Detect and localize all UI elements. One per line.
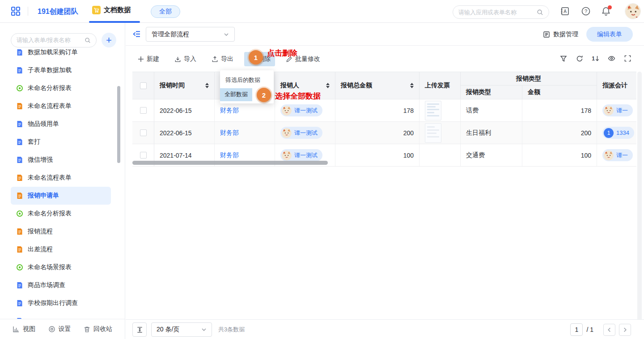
sidebar-item[interactable]: 未命名分析报表 (11, 79, 111, 97)
menu-item-filtered-data[interactable]: 筛选后的数据 (220, 74, 274, 86)
sidebar-item[interactable]: 未命名流程表单 (11, 169, 111, 187)
vertical-scrollbar-track[interactable] (637, 72, 642, 339)
add-form-button[interactable]: + (102, 33, 116, 47)
flow-doc-icon (16, 228, 23, 235)
trash-icon (84, 326, 90, 333)
sidebar-item[interactable]: 未命名流程表单 (11, 97, 111, 115)
annotation-step-1: 1 (249, 50, 263, 64)
person-chip[interactable]: 谭一测试 (280, 104, 322, 116)
views-button[interactable]: 视图 (13, 325, 35, 333)
new-record-button[interactable]: 新建 (133, 52, 164, 66)
select-all-checkbox[interactable] (140, 82, 147, 89)
sidebar-item[interactable]: 未命名场景报表 (11, 258, 111, 276)
sidebar-item[interactable]: 子表单数据加载 (11, 61, 111, 79)
column-header-type[interactable]: 报销类型 (461, 86, 522, 99)
accountant-chip[interactable]: 1 1334 (602, 127, 634, 139)
sidebar-item[interactable]: 商品市场调查 (11, 276, 111, 294)
form-doc-icon (16, 156, 23, 163)
apps-grid-icon[interactable] (11, 6, 21, 16)
sidebar-item[interactable]: 未命名分析报表 (11, 205, 111, 223)
department-link[interactable]: 财务部 (215, 122, 275, 144)
refresh-icon[interactable] (576, 55, 583, 62)
form-list: 数据加载采购订单 子表单数据加载 未命名分析报表 未命名流程表单 物品领用单 套… (0, 48, 120, 319)
sidebar-search-input[interactable] (17, 37, 81, 43)
sidebar-item[interactable]: 物品领用单 (11, 115, 111, 133)
current-page-box[interactable]: 1 (570, 323, 583, 336)
gear-icon (48, 326, 55, 333)
help-icon[interactable]: ? (581, 6, 591, 16)
table-row[interactable]: 2022-06-15 财务部 谭一测试 200 生日福利 200 1 1334 (132, 122, 636, 144)
column-header-amount[interactable]: 金额 (522, 86, 597, 99)
row-checkbox[interactable] (140, 107, 147, 114)
edit-form-button[interactable]: 编辑表单 (586, 27, 633, 42)
scope-badge[interactable]: 全部 (151, 5, 180, 18)
sidebar-item[interactable]: 数据加载采购订单 (11, 48, 111, 61)
settings-button[interactable]: 设置 (48, 325, 71, 333)
column-header-accountant[interactable]: 指派会计 (597, 72, 636, 99)
sidebar-scrollbar[interactable] (117, 86, 120, 163)
recycle-bin-button[interactable]: 回收站 (84, 325, 112, 333)
collapse-sidebar-icon[interactable] (133, 30, 141, 38)
invoice-thumbnail[interactable] (425, 123, 441, 143)
sort-toggle-icon[interactable] (326, 83, 330, 88)
svg-text:?: ? (585, 9, 587, 14)
sort-icon[interactable]: 1 (592, 55, 599, 62)
sidebar-item[interactable]: 套打 (11, 133, 111, 151)
eye-icon[interactable] (608, 55, 615, 62)
data-manage-button[interactable]: 数据管理 (543, 30, 578, 39)
form-doc-icon (16, 120, 23, 128)
sidebar-item[interactable]: 报销流程 (11, 223, 111, 240)
import-icon (174, 56, 181, 63)
notification-dot (608, 5, 612, 9)
notification-bell-icon[interactable] (601, 6, 611, 16)
search-icon (85, 37, 91, 43)
sidebar-search[interactable] (11, 33, 97, 47)
sort-toggle-icon[interactable] (410, 83, 414, 88)
fullscreen-icon[interactable] (624, 55, 631, 62)
search-icon (537, 9, 543, 16)
sidebar-item[interactable]: 学校假期出行调查 (11, 294, 111, 312)
tab-document-data[interactable]: 文档数据 (92, 6, 131, 14)
person-avatar (282, 150, 292, 160)
page-size-select[interactable]: 20 条/页 (151, 322, 212, 337)
column-header-invoice[interactable]: 上传发票 (419, 72, 461, 99)
report-icon (16, 85, 23, 92)
column-header-total[interactable]: 报销总金额 (335, 72, 419, 99)
export-button[interactable]: 导出 (207, 52, 238, 66)
tab-label: 文档数据 (104, 6, 131, 14)
global-search-input[interactable] (458, 9, 533, 16)
sidebar-item[interactable]: 微信增强 (11, 151, 111, 169)
team-name[interactable]: 191创建团队 (38, 7, 78, 17)
filter-icon[interactable] (559, 55, 567, 62)
topbar: 191创建团队 文档数据 全部 A ? (0, 0, 644, 23)
sidebar-item-clipped[interactable] (11, 312, 111, 319)
contacts-icon[interactable]: A (560, 6, 570, 16)
row-checkbox[interactable] (140, 129, 147, 136)
table-row[interactable]: 2022-06-15 财务部 谭一测试 178 话费 178 谭一 (132, 99, 636, 122)
row-height-button[interactable] (132, 322, 147, 337)
accountant-chip[interactable]: 谭一 (602, 149, 633, 161)
column-header-time[interactable]: 报销时间 (154, 72, 215, 99)
prev-page-button[interactable] (603, 324, 615, 336)
person-chip[interactable]: 谭一测试 (280, 127, 322, 139)
divider (28, 7, 28, 16)
chevron-down-icon (201, 327, 207, 332)
sidebar-item[interactable]: 出差流程 (11, 240, 111, 258)
svg-text:A: A (564, 9, 567, 14)
row-checkbox[interactable] (140, 152, 147, 159)
next-page-button[interactable] (619, 324, 631, 336)
horizontal-scrollbar[interactable] (132, 161, 328, 165)
invoice-thumbnail[interactable] (425, 101, 441, 120)
user-avatar[interactable] (625, 3, 641, 19)
sort-toggle-icon[interactable] (205, 83, 209, 88)
sidebar-item-active[interactable]: 报销申请单 (11, 187, 111, 205)
form-doc-icon (16, 138, 23, 146)
global-search[interactable] (453, 5, 549, 19)
person-chip[interactable]: 谭一测试 (280, 149, 322, 161)
row-height-icon (136, 326, 143, 333)
accountant-chip[interactable]: 谭一 (602, 104, 633, 116)
annotation-text-1: 点击删除 (267, 48, 297, 58)
chart-icon (13, 326, 20, 333)
flow-scope-select[interactable]: 管理全部流程 (146, 27, 235, 42)
import-button[interactable]: 导入 (170, 52, 201, 66)
